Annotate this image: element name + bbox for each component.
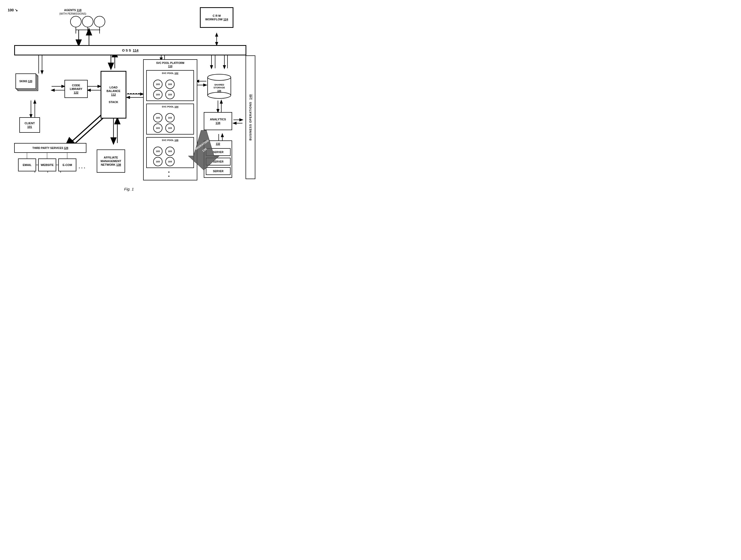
- line-email: [27, 153, 27, 158]
- node-103-12: 103: [165, 157, 175, 166]
- dash-line: [127, 93, 142, 94]
- code-library-box: CODELIBRARY122: [64, 80, 88, 98]
- diagram: 100 ↘ AGENTS 118(WITH PERMISSIONS) C R M…: [0, 0, 258, 196]
- agent-circle-3: [94, 16, 105, 27]
- skins-label: SKINS 120: [19, 80, 32, 83]
- oss-bar: O S S 114: [14, 45, 246, 56]
- node-103-5: 103: [153, 113, 162, 123]
- svg-text:STORAGE: STORAGE: [213, 86, 225, 89]
- third-party-label: THIRD PARTY SERVICES 128: [32, 147, 68, 150]
- svc-dots: ••: [168, 170, 170, 178]
- tps-dots: . . .: [79, 164, 85, 170]
- load-balance-label: LOADBALANCE112STACK: [107, 86, 121, 104]
- svc-pool-104: SVC POOL 104 103 103 103 103: [146, 104, 194, 135]
- load-balance-box: LOADBALANCE112STACK: [100, 71, 126, 118]
- line-ecom: [67, 153, 67, 158]
- agents-label: AGENTS 118(WITH PERMISSIONS): [59, 8, 86, 16]
- line-website: [47, 153, 47, 158]
- node-103-3: 103: [153, 90, 162, 99]
- business-ops-label: BUSINESS OPERATIONS 140: [249, 94, 252, 141]
- crm-workflow-box: C R MWORKFLOW 124: [200, 7, 233, 28]
- agent-line-2: [87, 27, 88, 33]
- node-103-10: 103: [165, 147, 175, 156]
- analytics-label: ANALYTICS134: [210, 117, 226, 125]
- agent-circle-1: [70, 16, 81, 27]
- svc-pool-102-label: SVC POOL 102: [147, 72, 193, 75]
- ecom-label: E-COM: [63, 163, 72, 167]
- analytics-box: ANALYTICS134: [204, 112, 232, 130]
- migration-container: MIGRATION 130: [186, 130, 219, 172]
- code-library-label: CODELIBRARY122: [70, 83, 82, 95]
- svg-point-38: [208, 74, 231, 80]
- figure-caption: Fig. 1: [0, 187, 258, 191]
- skins-page-1: SKINS 120: [15, 73, 36, 89]
- third-party-box: THIRD PARTY SERVICES 128: [14, 143, 86, 153]
- node-103-8: 103: [165, 124, 175, 133]
- business-ops-box: BUSINESS OPERATIONS 140: [246, 56, 255, 179]
- node-103-4: 103: [165, 90, 175, 99]
- node-103-11: 103: [153, 157, 162, 166]
- agent-circle-2: [82, 16, 93, 27]
- affiliate-label: AFFILIATEMANAGEMENTNETWORK 138: [100, 156, 121, 167]
- client-label: CLIENT101: [24, 122, 35, 129]
- agent-line-3: [99, 27, 100, 33]
- svg-line-23: [66, 111, 106, 147]
- agent-line-1: [76, 27, 76, 33]
- email-box: EMAIL: [18, 158, 36, 171]
- client-box: CLIENT101: [19, 117, 40, 133]
- node-103-7: 103: [153, 124, 162, 133]
- svg-text:106: 106: [217, 89, 221, 92]
- node-103-6: 103: [165, 113, 175, 123]
- node-103-9: 103: [153, 147, 162, 156]
- agent-crossbar: [76, 30, 100, 30]
- svc-platform-label: SVC POOL PLATFORM110: [144, 61, 197, 68]
- svg-point-39: [208, 92, 231, 98]
- svc-pool-102: SVC POOL 102 103 103 103 103: [146, 70, 194, 101]
- figure-caption-text: Fig. 1: [124, 187, 134, 191]
- website-label: WEBSITE: [41, 163, 54, 167]
- affiliate-box: AFFILIATEMANAGEMENTNETWORK 138: [97, 150, 125, 173]
- ref-100: 100 ↘: [8, 8, 18, 12]
- website-box: WEBSITE: [38, 158, 56, 171]
- oss-label: O S S 114: [122, 49, 138, 52]
- svc-pool-104-label: SVC POOL 104: [147, 105, 193, 108]
- ecom-box: E-COM: [58, 158, 76, 171]
- crm-label: C R MWORKFLOW 124: [205, 14, 228, 21]
- svg-text:SHARED: SHARED: [214, 83, 224, 86]
- node-103-1: 103: [153, 80, 162, 89]
- email-label: EMAIL: [23, 163, 31, 167]
- shared-storage: SHARED STORAGE 106: [206, 72, 232, 101]
- node-103-2: 103: [165, 80, 175, 89]
